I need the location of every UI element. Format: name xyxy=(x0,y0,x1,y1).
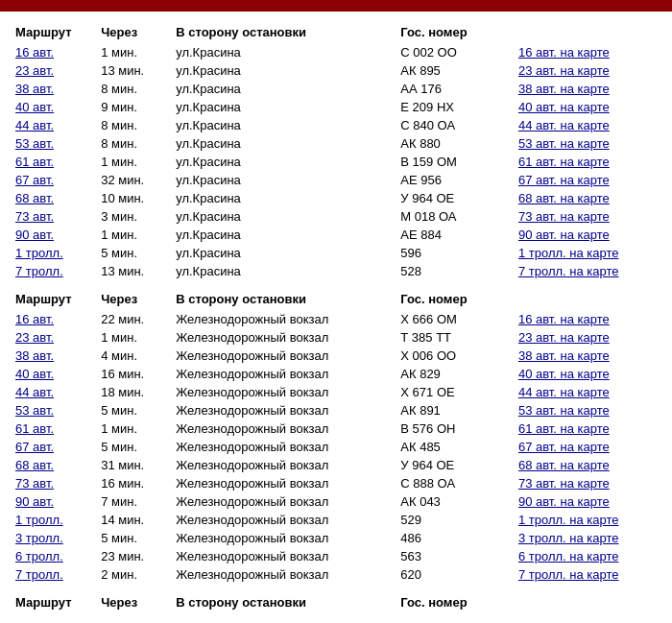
route-cell[interactable]: 38 авт. xyxy=(10,347,95,365)
route-link[interactable]: 73 авт. xyxy=(15,209,54,224)
route-cell[interactable]: 23 авт. xyxy=(10,61,95,80)
route-cell[interactable]: 44 авт. xyxy=(10,116,95,134)
route-cell[interactable]: 61 авт. xyxy=(10,419,95,438)
map-cell[interactable]: 23 авт. на карте xyxy=(513,61,662,80)
route-link[interactable]: 44 авт. xyxy=(15,118,54,132)
route-link[interactable]: 16 авт. xyxy=(15,312,54,326)
route-link[interactable]: 23 авт. xyxy=(15,330,54,345)
route-cell[interactable]: 90 авт. xyxy=(10,492,95,511)
route-cell[interactable]: 68 авт. xyxy=(10,456,95,474)
map-link[interactable]: 44 авт. на карте xyxy=(518,118,610,132)
map-cell[interactable]: 23 авт. на карте xyxy=(513,328,662,347)
map-cell[interactable]: 61 авт. на карте xyxy=(513,153,662,171)
map-cell[interactable]: 38 авт. на карте xyxy=(513,80,662,98)
map-cell[interactable]: 67 авт. на карте xyxy=(513,171,662,189)
route-cell[interactable]: 53 авт. xyxy=(10,401,95,419)
map-cell[interactable]: 67 авт. на карте xyxy=(513,438,662,456)
route-link[interactable]: 68 авт. xyxy=(15,458,54,472)
route-link[interactable]: 53 авт. xyxy=(15,403,54,418)
route-link[interactable]: 1 тролл. xyxy=(15,513,63,527)
map-link[interactable]: 7 тролл. на карте xyxy=(518,567,619,582)
route-cell[interactable]: 90 авт. xyxy=(10,226,95,244)
map-cell[interactable]: 16 авт. на карте xyxy=(513,310,662,328)
map-link[interactable]: 38 авт. на карте xyxy=(518,82,610,96)
route-link[interactable]: 44 авт. xyxy=(15,385,54,399)
map-cell[interactable]: 73 авт. на карте xyxy=(513,207,662,226)
map-link[interactable]: 73 авт. на карте xyxy=(518,476,610,491)
map-link[interactable]: 90 авт. на карте xyxy=(518,494,610,509)
map-cell[interactable]: 7 тролл. на карте xyxy=(513,565,662,584)
route-link[interactable]: 67 авт. xyxy=(15,173,54,187)
route-cell[interactable]: 1 тролл. xyxy=(10,244,95,262)
route-cell[interactable]: 7 тролл. xyxy=(10,565,95,584)
map-cell[interactable]: 1 тролл. на карте xyxy=(513,244,662,262)
route-cell[interactable]: 38 авт. xyxy=(10,80,95,98)
map-cell[interactable]: 73 авт. на карте xyxy=(513,474,662,492)
map-link[interactable]: 73 авт. на карте xyxy=(518,209,610,224)
map-cell[interactable]: 90 авт. на карте xyxy=(513,226,662,244)
route-link[interactable]: 1 тролл. xyxy=(15,246,63,260)
route-cell[interactable]: 68 авт. xyxy=(10,189,95,207)
route-cell[interactable]: 67 авт. xyxy=(10,171,95,189)
map-cell[interactable]: 38 авт. на карте xyxy=(513,347,662,365)
route-cell[interactable]: 73 авт. xyxy=(10,207,95,226)
map-cell[interactable]: 53 авт. на карте xyxy=(513,401,662,419)
map-link[interactable]: 68 авт. на карте xyxy=(518,458,610,472)
map-link[interactable]: 61 авт. на карте xyxy=(518,155,610,169)
map-link[interactable]: 1 тролл. на карте xyxy=(518,513,619,527)
map-link[interactable]: 6 тролл. на карте xyxy=(518,549,619,563)
route-link[interactable]: 16 авт. xyxy=(15,45,54,60)
route-cell[interactable]: 73 авт. xyxy=(10,474,95,492)
route-link[interactable]: 38 авт. xyxy=(15,348,54,363)
route-link[interactable]: 40 авт. xyxy=(15,100,54,114)
map-cell[interactable]: 40 авт. на карте xyxy=(513,98,662,116)
route-cell[interactable]: 23 авт. xyxy=(10,328,95,347)
map-link[interactable]: 7 тролл. на карте xyxy=(518,264,619,278)
map-cell[interactable]: 7 тролл. на карте xyxy=(513,262,662,280)
route-cell[interactable]: 53 авт. xyxy=(10,134,95,153)
map-link[interactable]: 40 авт. на карте xyxy=(518,367,610,381)
route-cell[interactable]: 40 авт. xyxy=(10,98,95,116)
route-cell[interactable]: 6 тролл. xyxy=(10,547,95,565)
map-link[interactable]: 23 авт. на карте xyxy=(518,63,610,78)
route-link[interactable]: 61 авт. xyxy=(15,155,54,169)
map-cell[interactable]: 40 авт. на карте xyxy=(513,365,662,383)
map-link[interactable]: 61 авт. на карте xyxy=(518,421,610,436)
map-cell[interactable]: 61 авт. на карте xyxy=(513,419,662,438)
map-cell[interactable]: 68 авт. на карте xyxy=(513,456,662,474)
map-cell[interactable]: 68 авт. на карте xyxy=(513,189,662,207)
map-cell[interactable]: 90 авт. на карте xyxy=(513,492,662,511)
map-cell[interactable]: 3 тролл. на карте xyxy=(513,529,662,547)
map-cell[interactable]: 53 авт. на карте xyxy=(513,134,662,153)
map-link[interactable]: 40 авт. на карте xyxy=(518,100,610,114)
route-cell[interactable]: 3 тролл. xyxy=(10,529,95,547)
route-link[interactable]: 53 авт. xyxy=(15,136,54,151)
map-link[interactable]: 16 авт. на карте xyxy=(518,312,610,326)
route-link[interactable]: 3 тролл. xyxy=(15,531,63,545)
map-link[interactable]: 44 авт. на карте xyxy=(518,385,610,399)
route-link[interactable]: 7 тролл. xyxy=(15,264,63,278)
map-link[interactable]: 67 авт. на карте xyxy=(518,173,610,187)
map-cell[interactable]: 1 тролл. на карте xyxy=(513,511,662,529)
map-link[interactable]: 67 авт. на карте xyxy=(518,440,610,454)
map-link[interactable]: 38 авт. на карте xyxy=(518,348,610,363)
route-link[interactable]: 7 тролл. xyxy=(15,567,63,582)
route-link[interactable]: 68 авт. xyxy=(15,191,54,205)
map-link[interactable]: 68 авт. на карте xyxy=(518,191,610,205)
map-cell[interactable]: 6 тролл. на карте xyxy=(513,547,662,565)
map-link[interactable]: 1 тролл. на карте xyxy=(518,246,619,260)
map-link[interactable]: 16 авт. на карте xyxy=(518,45,610,60)
route-cell[interactable]: 61 авт. xyxy=(10,153,95,171)
map-link[interactable]: 53 авт. на карте xyxy=(518,136,610,151)
route-link[interactable]: 90 авт. xyxy=(15,228,54,242)
map-link[interactable]: 3 тролл. на карте xyxy=(518,531,619,545)
route-link[interactable]: 6 тролл. xyxy=(15,549,63,563)
route-cell[interactable]: 1 тролл. xyxy=(10,511,95,529)
route-cell[interactable]: 7 тролл. xyxy=(10,262,95,280)
route-link[interactable]: 40 авт. xyxy=(15,367,54,381)
route-cell[interactable]: 67 авт. xyxy=(10,438,95,456)
route-cell[interactable]: 16 авт. xyxy=(10,43,95,61)
route-link[interactable]: 61 авт. xyxy=(15,421,54,436)
route-cell[interactable]: 16 авт. xyxy=(10,310,95,328)
map-link[interactable]: 23 авт. на карте xyxy=(518,330,610,345)
